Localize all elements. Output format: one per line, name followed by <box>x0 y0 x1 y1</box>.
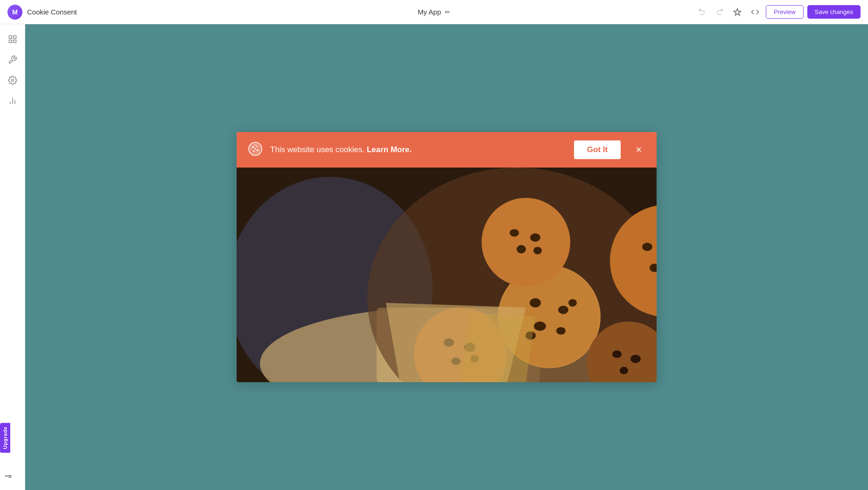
svg-rect-1 <box>13 36 16 39</box>
svg-point-14 <box>255 148 256 150</box>
sidebar-item-plugin[interactable] <box>3 50 22 69</box>
cookie-icon <box>248 141 263 156</box>
sidebar-item-grid[interactable] <box>3 30 22 49</box>
cookie-message-text: This website uses cookies. <box>270 145 364 154</box>
magic-button[interactable] <box>730 5 744 19</box>
svg-rect-0 <box>9 36 12 39</box>
save-button[interactable]: Save changes <box>807 5 861 19</box>
svg-point-29 <box>642 243 652 251</box>
app-name: My App <box>418 8 441 16</box>
redo-button[interactable] <box>713 5 727 19</box>
app-section-title: Cookie Consent <box>27 8 77 16</box>
cookie-photo-svg <box>237 168 657 382</box>
cookie-banner: This website uses cookies. Learn More. G… <box>237 132 657 168</box>
svg-point-44 <box>630 355 641 363</box>
svg-point-4 <box>11 79 14 82</box>
cookie-learn-more[interactable]: Learn More. <box>367 145 412 154</box>
upgrade-tab[interactable]: Upgrade <box>0 423 10 453</box>
sidebar-item-settings[interactable] <box>3 71 22 90</box>
svg-point-41 <box>533 247 542 254</box>
sidebar: Upgrade ~≈ <box>0 24 25 490</box>
logo-bottom: ~≈ <box>4 471 21 481</box>
header-right: Preview Save changes <box>695 5 861 19</box>
svg-point-26 <box>568 299 577 307</box>
svg-point-38 <box>510 229 519 237</box>
svg-point-12 <box>257 149 259 151</box>
svg-point-22 <box>530 298 541 308</box>
svg-point-11 <box>256 146 258 147</box>
header: M Cookie Consent My App ✏ Preview Save c… <box>0 0 868 24</box>
svg-point-24 <box>534 322 546 331</box>
code-button[interactable] <box>748 5 762 19</box>
svg-rect-2 <box>9 40 12 43</box>
edit-icon[interactable]: ✏ <box>445 8 450 16</box>
header-center: My App ✏ <box>418 8 450 16</box>
app-logo: M <box>7 5 22 20</box>
svg-rect-3 <box>13 40 16 43</box>
cookie-image <box>237 168 657 382</box>
header-left: M Cookie Consent <box>7 5 77 20</box>
canvas: This website uses cookies. Learn More. G… <box>25 24 868 490</box>
svg-text:~≈: ~≈ <box>5 473 12 480</box>
preview-button[interactable]: Preview <box>766 5 803 19</box>
sidebar-bottom: ~≈ <box>4 471 21 484</box>
sidebar-item-analytics[interactable] <box>3 91 22 110</box>
svg-point-23 <box>558 306 568 314</box>
svg-point-25 <box>556 327 566 335</box>
svg-point-43 <box>612 350 622 358</box>
cookie-banner-icon-wrap <box>248 141 263 158</box>
svg-point-39 <box>530 233 540 242</box>
svg-point-13 <box>253 151 255 152</box>
svg-point-40 <box>517 245 526 253</box>
svg-point-45 <box>620 367 628 374</box>
close-banner-button[interactable]: × <box>632 142 645 158</box>
svg-point-37 <box>482 198 570 287</box>
main-layout: Upgrade ~≈ <box>0 24 868 490</box>
got-it-button[interactable]: Got It <box>574 140 621 159</box>
svg-point-10 <box>252 146 254 148</box>
undo-button[interactable] <box>695 5 709 19</box>
logo-letter: M <box>12 8 18 16</box>
mockup-card: This website uses cookies. Learn More. G… <box>237 132 657 382</box>
cookie-message: This website uses cookies. Learn More. <box>270 145 567 154</box>
